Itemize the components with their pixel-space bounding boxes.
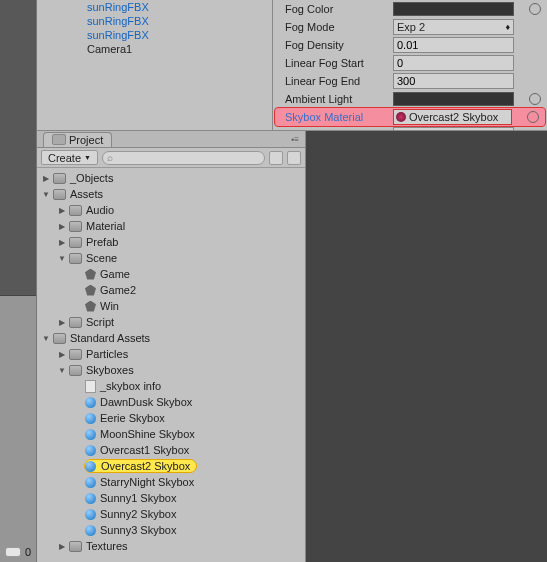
sphere-icon xyxy=(85,509,96,520)
folder-icon xyxy=(53,333,66,344)
tree-row[interactable]: Game xyxy=(37,266,305,282)
object-field[interactable]: Overcast2 Skybox xyxy=(393,109,512,125)
inspector-label: Fog Mode xyxy=(285,21,393,33)
tree-row[interactable]: Eerie Skybox xyxy=(37,410,305,426)
tree-item-label: Standard Assets xyxy=(68,332,150,344)
object-picker-icon[interactable] xyxy=(529,3,541,15)
chevron-right-icon[interactable]: ▶ xyxy=(41,174,51,183)
tree-row[interactable]: Sunny3 Skybox xyxy=(37,522,305,538)
project-tree[interactable]: ▶_Objects▼Assets▶Audio▶Material▶Prefab▼S… xyxy=(37,168,305,556)
tree-row[interactable]: Win xyxy=(37,298,305,314)
selected-item[interactable]: Overcast2 Skybox xyxy=(84,459,197,473)
spacer xyxy=(73,286,83,295)
tree-row[interactable]: ▶_Objects xyxy=(37,170,305,186)
tree-row[interactable]: Game2 xyxy=(37,282,305,298)
folder-icon xyxy=(69,237,82,248)
sphere-icon xyxy=(85,525,96,536)
create-label: Create xyxy=(48,152,81,164)
tree-row[interactable]: ▶Textures xyxy=(37,538,305,554)
tree-row[interactable]: _skybox info xyxy=(37,378,305,394)
hierarchy-panel[interactable]: sunRingFBXsunRingFBXsunRingFBXCamera1 xyxy=(37,0,273,130)
inspector-text-field[interactable] xyxy=(393,55,514,71)
sphere-icon xyxy=(85,493,96,504)
chevron-down-icon[interactable]: ▼ xyxy=(57,366,67,375)
tree-item-label: Sunny2 Skybox xyxy=(98,508,176,520)
tree-row[interactable]: MoonShine Skybox xyxy=(37,426,305,442)
tree-item-label: Scene xyxy=(84,252,117,264)
spacer xyxy=(73,494,83,503)
tree-row[interactable]: ▼Skyboxes xyxy=(37,362,305,378)
tree-row[interactable]: DawnDusk Skybox xyxy=(37,394,305,410)
folder-icon xyxy=(53,189,66,200)
folder-icon xyxy=(69,253,82,264)
inspector-label: Fog Color xyxy=(285,3,393,15)
hierarchy-item[interactable]: sunRingFBX xyxy=(37,0,272,14)
inspector-text-field[interactable] xyxy=(393,37,514,53)
inspector-panel[interactable]: Fog ColorFog ModeExp 2♦Fog DensityLinear… xyxy=(273,0,547,130)
tree-row[interactable]: ▶Prefab xyxy=(37,234,305,250)
tree-item-label: Eerie Skybox xyxy=(98,412,165,424)
tree-row[interactable]: ▼Assets xyxy=(37,186,305,202)
inspector-row: Fog Color xyxy=(273,0,547,18)
chevron-right-icon[interactable]: ▶ xyxy=(57,542,67,551)
chevron-right-icon[interactable]: ▶ xyxy=(57,238,67,247)
tree-row[interactable]: ▼Scene xyxy=(37,250,305,266)
sphere-icon xyxy=(85,413,96,424)
tree-item-label: Assets xyxy=(68,188,103,200)
chevron-right-icon[interactable]: ▶ xyxy=(57,222,67,231)
object-field-label: Overcast2 Skybox xyxy=(409,111,498,123)
search-input[interactable]: ⌕ xyxy=(102,151,265,165)
tree-row[interactable]: StarryNight Skybox xyxy=(37,474,305,490)
tree-item-label: MoonShine Skybox xyxy=(98,428,195,440)
tree-row[interactable]: ▶Audio xyxy=(37,202,305,218)
chevron-down-icon[interactable]: ▼ xyxy=(41,190,51,199)
hierarchy-item[interactable]: sunRingFBX xyxy=(37,14,272,28)
material-icon xyxy=(396,112,406,122)
tree-item-label: Game2 xyxy=(98,284,136,296)
inspector-label: Linear Fog End xyxy=(285,75,393,87)
chevron-down-icon[interactable]: ▼ xyxy=(57,254,67,263)
file-icon xyxy=(85,380,96,393)
chevron-right-icon[interactable]: ▶ xyxy=(57,318,67,327)
project-preview xyxy=(306,131,547,562)
tree-row[interactable]: ▼Standard Assets xyxy=(37,330,305,346)
chevron-right-icon[interactable]: ▶ xyxy=(57,206,67,215)
inspector-label: Fog Density xyxy=(285,39,393,51)
tree-item-label: Script xyxy=(84,316,114,328)
tree-row[interactable]: ▶Material xyxy=(37,218,305,234)
color-swatch[interactable] xyxy=(393,2,514,16)
stats-indicator-icon xyxy=(5,547,21,557)
tree-row[interactable]: Overcast2 Skybox xyxy=(37,458,305,474)
tree-row[interactable]: Overcast1 Skybox xyxy=(37,442,305,458)
chevron-right-icon[interactable]: ▶ xyxy=(57,350,67,359)
tree-item-label: Textures xyxy=(84,540,128,552)
hierarchy-item[interactable]: Camera1 xyxy=(37,42,272,56)
tree-item-label: Overcast1 Skybox xyxy=(98,444,189,456)
tree-row[interactable]: Sunny1 Skybox xyxy=(37,490,305,506)
color-swatch[interactable] xyxy=(393,92,514,106)
folder-icon xyxy=(69,349,82,360)
tab-menu-icon[interactable]: ▪≡ xyxy=(291,135,299,144)
project-toolbar: Create ▼ ⌕ xyxy=(37,148,305,168)
inspector-row: Skybox MaterialOvercast2 Skybox xyxy=(275,108,545,126)
chevron-down-icon[interactable]: ▼ xyxy=(41,334,51,343)
sphere-icon xyxy=(85,445,96,456)
filter-button-2[interactable] xyxy=(287,151,301,165)
create-button[interactable]: Create ▼ xyxy=(41,150,98,165)
unity-icon xyxy=(85,285,96,296)
inspector-row: Linear Fog Start xyxy=(273,54,547,72)
spacer xyxy=(73,414,83,423)
object-picker-icon[interactable] xyxy=(529,93,541,105)
project-tab[interactable]: Project xyxy=(43,132,112,147)
tree-item-label: Particles xyxy=(84,348,128,360)
inspector-dropdown[interactable]: Exp 2♦ xyxy=(393,19,514,35)
tree-row[interactable]: ▶Particles xyxy=(37,346,305,362)
project-panel[interactable]: Project ▪≡ Create ▼ ⌕ ▶_Objects▼Assets▶A… xyxy=(37,130,547,562)
tree-row[interactable]: Sunny2 Skybox xyxy=(37,506,305,522)
hierarchy-item[interactable]: sunRingFBX xyxy=(37,28,272,42)
object-picker-icon[interactable] xyxy=(527,111,539,123)
inspector-text-field[interactable] xyxy=(393,73,514,89)
filter-button-1[interactable] xyxy=(269,151,283,165)
tree-item-label: Game xyxy=(98,268,130,280)
tree-row[interactable]: ▶Script xyxy=(37,314,305,330)
